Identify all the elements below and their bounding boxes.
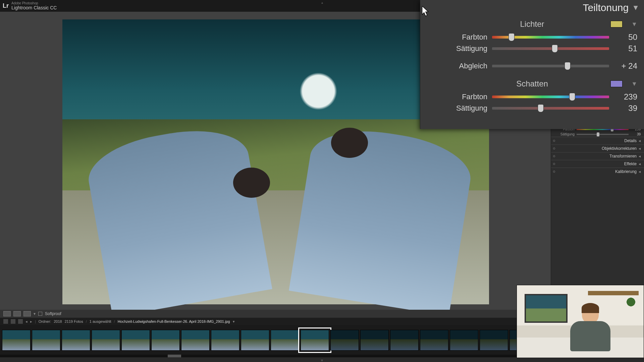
path-dropdown-icon[interactable]: ▾	[233, 319, 235, 324]
highlights-hue-knob[interactable]	[508, 33, 515, 41]
photo-region-shoe-left	[233, 168, 270, 198]
panel-collapse-icon[interactable]: ◂	[639, 169, 641, 174]
view-mode-compare-button[interactable]	[13, 311, 21, 316]
webcam-monitor	[525, 294, 568, 323]
shadows-sat-row: Sättigung 39	[420, 103, 644, 114]
filmstrip[interactable]	[0, 325, 551, 355]
mini-shadow-sat-slider[interactable]	[577, 134, 629, 135]
app-title-block: Adobe Photoshop Lightroom Classic CC	[11, 1, 57, 10]
shadows-hue-knob[interactable]	[569, 93, 575, 101]
split-toning-panel-title: Teiltonung	[583, 2, 629, 13]
filmstrip-thumb[interactable]	[151, 330, 180, 351]
filmstrip-thumb[interactable]	[360, 330, 389, 351]
highlights-hue-slider[interactable]	[492, 36, 609, 39]
panel-header-details[interactable]: Details◂	[551, 137, 644, 144]
panel-collapse-icon[interactable]: ◂	[639, 162, 641, 166]
softproof-label: Softproof	[45, 311, 61, 316]
highlights-sat-slider[interactable]	[492, 47, 609, 50]
shadows-sat-knob[interactable]	[538, 104, 544, 112]
breadcrumb-sep-3: /	[114, 319, 115, 323]
panel-header-transformieren[interactable]: Transformieren◂	[551, 152, 644, 160]
panel-header-label: Objektivkorrekturen	[602, 146, 637, 151]
shadows-sat-slider[interactable]	[492, 107, 609, 110]
app-name: Lightroom Classic CC	[11, 5, 57, 10]
webcam-shelf	[588, 291, 639, 295]
filmstrip-thumb[interactable]	[330, 330, 359, 351]
bottom-collapse-handle[interactable]: ▾	[321, 358, 323, 362]
highlights-sat-row: Sättigung 51	[420, 43, 644, 54]
nav-fwd-icon[interactable]: ▸	[30, 319, 32, 324]
filmstrip-thumb[interactable]	[301, 330, 329, 351]
filmstrip-thumb[interactable]	[420, 330, 448, 351]
mini-shadow-sat-value[interactable]: 39	[631, 132, 641, 136]
grid-icon[interactable]	[18, 319, 23, 324]
filmstrip-thumb[interactable]	[121, 330, 150, 351]
filmstrip-thumb[interactable]	[32, 330, 60, 351]
shadows-hue-slider[interactable]	[492, 96, 609, 98]
mini-shadow-sat-knob[interactable]	[597, 132, 599, 136]
highlights-heading: Lichter	[520, 19, 544, 29]
panel-header-objektivkorrekturen[interactable]: Objektivkorrekturen◂	[551, 144, 644, 152]
secondary-display-mode-button[interactable]	[11, 319, 15, 324]
webcam-person-torso	[570, 321, 610, 351]
top-collapse-handle[interactable]: ▴	[318, 1, 326, 4]
view-mode-dropdown-icon[interactable]: ▾	[34, 311, 36, 316]
webcam-plant	[626, 297, 636, 307]
panel-header-label: Transformieren	[609, 154, 637, 159]
highlights-heading-row: Lichter ▼	[420, 18, 644, 32]
panel-collapse-icon[interactable]: ◂	[639, 146, 641, 151]
panel-collapse-icon[interactable]: ◂	[639, 154, 641, 159]
split-toning-panel-header[interactable]: Teiltonung ▼	[420, 0, 644, 18]
panel-toggle-icon[interactable]	[553, 163, 555, 165]
view-mode-before-after-button[interactable]	[23, 311, 31, 316]
panel-toggle-icon[interactable]	[553, 147, 555, 149]
shadows-swatch-dropdown-icon[interactable]: ▼	[631, 80, 637, 87]
view-toolbar: ▾ Softproof	[0, 310, 551, 318]
selected-count: 1 ausgewählt	[90, 319, 111, 323]
shadows-color-swatch[interactable]	[610, 80, 623, 87]
balance-value[interactable]: + 24	[614, 61, 637, 71]
panel-toggle-icon[interactable]	[553, 171, 555, 173]
panel-header-kalibrierung[interactable]: Kalibrierung◂	[551, 168, 644, 175]
folder-year[interactable]: 2018	[54, 319, 62, 323]
highlights-sat-value[interactable]: 51	[614, 44, 637, 53]
shadows-hue-value[interactable]: 239	[614, 92, 637, 102]
panel-header-effekte[interactable]: Effekte◂	[551, 160, 644, 168]
highlights-swatch-dropdown-icon[interactable]: ▼	[631, 21, 637, 28]
secondary-display-button[interactable]	[3, 319, 8, 324]
highlights-color-swatch[interactable]	[610, 21, 623, 27]
split-toning-panel-collapse-icon[interactable]: ▼	[632, 3, 639, 12]
current-file-path[interactable]: Hochzeit-Ludwigshafen-Full-Benkesser-26.…	[118, 319, 230, 323]
panel-collapse-icon[interactable]: ◂	[639, 138, 641, 143]
filmstrip-thumb[interactable]	[390, 330, 419, 351]
shadows-heading-row: Schatten ▼	[420, 78, 644, 91]
panel-toggle-icon[interactable]	[553, 140, 555, 142]
nav-back-icon[interactable]: ◂	[25, 319, 28, 324]
webcam-person-hair	[582, 303, 599, 313]
filmstrip-thumb[interactable]	[2, 330, 31, 351]
balance-knob[interactable]	[565, 62, 571, 70]
view-mode-single-button[interactable]	[3, 311, 11, 316]
filmstrip-thumb[interactable]	[211, 330, 239, 351]
shadows-sat-label: Sättigung	[420, 104, 487, 113]
photo-count: 2119 Fotos	[65, 319, 83, 323]
softproof-checkbox[interactable]	[38, 312, 42, 316]
highlights-sat-knob[interactable]	[552, 45, 558, 53]
filmstrip-thumb[interactable]	[271, 330, 299, 351]
balance-slider[interactable]	[492, 65, 609, 67]
filmstrip-thumb[interactable]	[92, 330, 120, 351]
highlights-hue-label: Farbton	[420, 33, 487, 42]
panel-header-label: Details	[624, 138, 637, 143]
shadows-sat-value[interactable]: 39	[614, 104, 637, 113]
filmstrip-thumb[interactable]	[450, 330, 478, 351]
panel-toggle-icon[interactable]	[553, 155, 555, 157]
filmstrip-thumb[interactable]	[62, 330, 90, 351]
highlights-hue-row: Farbton 50	[420, 32, 644, 43]
highlights-hue-value[interactable]: 50	[614, 33, 637, 42]
filmstrip-thumb[interactable]	[181, 330, 210, 351]
filmstrip-thumb[interactable]	[480, 330, 508, 351]
photo-region-leg-right	[289, 122, 476, 316]
filmstrip-scroll-handle[interactable]	[168, 355, 181, 357]
filmstrip-thumb[interactable]	[241, 330, 269, 351]
panel-header-label: Kalibrierung	[615, 169, 637, 174]
